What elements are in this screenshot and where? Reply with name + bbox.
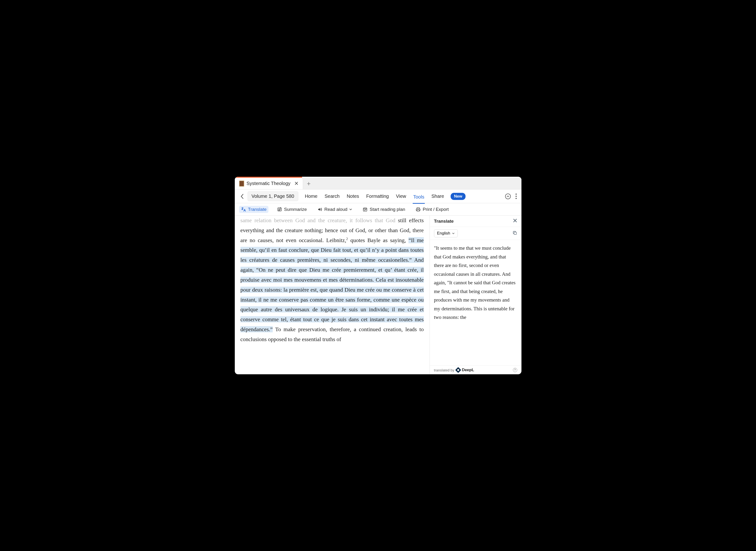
menu-home[interactable]: Home [304, 192, 318, 200]
menu-items: Home Search Notes Formatting View Tools … [304, 192, 466, 200]
translation-text: "It seems to me that we must conclude th… [434, 245, 516, 320]
help-button[interactable]: ? [513, 368, 517, 372]
copy-button[interactable] [513, 230, 517, 236]
reader-pane[interactable]: same relation between God and the creatu… [235, 215, 430, 374]
summarize-icon [277, 207, 282, 212]
translate-button[interactable]: Translate [239, 206, 269, 213]
breadcrumb[interactable]: Volume 1, Page 580 [247, 191, 298, 201]
close-tab-icon[interactable]: ✕ [294, 180, 298, 187]
panel-footer: translated by DeepL ? [430, 366, 522, 374]
menu-notes[interactable]: Notes [346, 192, 359, 200]
menu-search[interactable]: Search [324, 192, 340, 200]
menu-right [505, 192, 518, 200]
provider-link[interactable]: DeepL [456, 368, 474, 372]
chevron-up-icon [507, 195, 509, 197]
start-plan-label: Start reading plan [369, 207, 405, 212]
close-icon [513, 218, 517, 223]
new-tab-button[interactable]: ＋ [303, 178, 314, 189]
provider-name: DeepL [462, 368, 474, 372]
speaker-icon [317, 207, 322, 212]
svg-rect-1 [363, 208, 367, 211]
language-select[interactable]: English [434, 229, 458, 237]
panel-header: Translate [430, 215, 522, 227]
panel-title: Translate [434, 219, 454, 224]
close-panel-button[interactable] [513, 218, 517, 224]
menu-share[interactable]: Share [431, 192, 445, 200]
summarize-label: Summarize [284, 207, 307, 212]
panel-body[interactable]: "It seems to me that we must conclude th… [430, 240, 522, 366]
app-window: Systematic Theology ✕ ＋ Volume 1, Page 5… [235, 177, 522, 374]
reader-pre-highlight-2: quotes Bayle as saying, [348, 237, 409, 243]
menu-bar: Volume 1, Page 580 Home Search Notes For… [235, 189, 522, 203]
read-aloud-label: Read aloud [324, 207, 347, 212]
language-label: English [437, 231, 451, 236]
read-aloud-button[interactable]: Read aloud [315, 206, 354, 213]
more-menu-button[interactable] [515, 192, 518, 200]
footer-pre-text: translated by [434, 368, 455, 372]
tab-title: Systematic Theology [247, 181, 290, 186]
chevron-down-icon [349, 208, 352, 210]
translate-panel: Translate English "It seems to me that w… [430, 215, 522, 374]
translate-icon [241, 207, 246, 212]
new-badge[interactable]: New [451, 193, 466, 200]
collapse-button[interactable] [505, 193, 511, 199]
back-button[interactable] [238, 193, 246, 200]
book-favicon-icon [239, 180, 244, 187]
reader-cutoff-top: same relation between God and the creatu… [240, 217, 396, 223]
document-tab[interactable]: Systematic Theology ✕ [235, 178, 303, 189]
translate-label: Translate [248, 207, 267, 212]
copy-icon [513, 230, 517, 235]
start-reading-plan-button[interactable]: Start reading plan [360, 206, 407, 213]
chevron-down-icon [452, 232, 455, 234]
reader-highlighted-text[interactable]: “Il me semble, qu’il en faut conclure, q… [240, 237, 424, 332]
deepl-logo-icon [455, 367, 461, 373]
print-icon [416, 207, 421, 212]
menu-view[interactable]: View [396, 192, 407, 200]
print-export-button[interactable]: Print / Export [414, 206, 451, 213]
chevron-left-icon [240, 194, 244, 199]
menu-formatting[interactable]: Formatting [366, 192, 390, 200]
svg-rect-2 [514, 232, 516, 234]
summarize-button[interactable]: Summarize [275, 206, 309, 213]
panel-controls: English [430, 227, 522, 240]
breadcrumb-label: Volume 1, Page 580 [251, 193, 294, 199]
calendar-check-icon [362, 207, 368, 212]
tab-strip: Systematic Theology ✕ ＋ [235, 178, 522, 189]
menu-tools[interactable]: Tools [413, 193, 425, 204]
content-area: same relation between God and the creatu… [235, 215, 522, 374]
print-export-label: Print / Export [423, 207, 449, 212]
tools-toolbar: Translate Summarize Read aloud Start rea… [235, 203, 522, 215]
